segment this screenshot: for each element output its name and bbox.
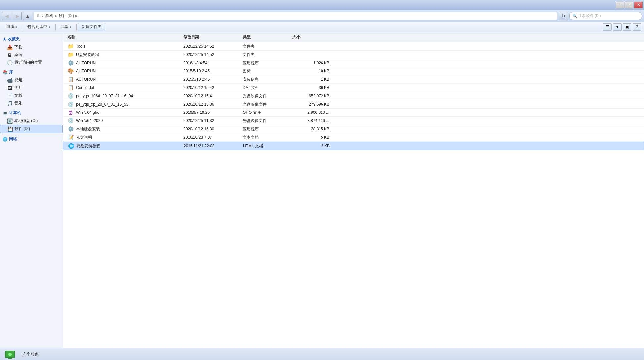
- file-name: AUTORUN: [76, 69, 96, 73]
- title-bar-buttons: ─ □ ✕: [616, 2, 643, 8]
- col-date[interactable]: 修改日期: [182, 34, 241, 41]
- refresh-button[interactable]: ↻: [559, 12, 568, 20]
- new-folder-button[interactable]: 新建文件夹: [78, 23, 105, 31]
- sidebar-item-video[interactable]: 📹 视频: [0, 76, 63, 84]
- file-type: 文本文档: [241, 134, 291, 141]
- file-list-header: 名称 修改日期 类型 大小: [63, 32, 644, 42]
- file-icon: ⚙️: [67, 60, 74, 66]
- pictures-label: 图片: [14, 85, 22, 91]
- file-name-cell: 💿 pe_yqs_1064_20_07_31_16_04: [66, 93, 182, 99]
- network-section: 🌐 网络: [0, 135, 63, 143]
- file-name: pe_yqs_1064_20_07_31_16_04: [76, 94, 133, 98]
- search-placeholder: 搜索 软件 (D:): [578, 13, 601, 18]
- sidebar-item-pictures[interactable]: 🖼 图片: [0, 84, 63, 92]
- forward-button[interactable]: ▶: [13, 12, 22, 20]
- file-date: 2016/10/23 7:07: [182, 135, 241, 140]
- file-type: 应用程序: [241, 60, 291, 66]
- file-date: 2020/12/25 11:32: [182, 118, 241, 123]
- table-row[interactable]: 🌐 硬盘安装教程 2016/11/21 22:03 HTML 文档 3 KB: [63, 142, 644, 150]
- table-row[interactable]: 💿 pe_yqs_1064_20_07_31_16_04 2020/10/12 …: [63, 92, 644, 100]
- file-icon: 📋: [67, 85, 74, 91]
- sidebar-item-desktop[interactable]: 🖥 桌面: [0, 51, 63, 59]
- help-button[interactable]: ?: [633, 23, 641, 31]
- file-name-cell: 💿 Win7x64_2020: [66, 117, 182, 124]
- file-type: 应用程序: [241, 126, 291, 132]
- file-name-cell: ⚙️ 本地硬盘安装: [66, 126, 182, 132]
- col-size[interactable]: 大小: [291, 34, 331, 41]
- table-row[interactable]: 📋 Config.dat 2020/10/12 15:42 DAT 文件 36 …: [63, 84, 644, 92]
- file-size: [291, 54, 331, 55]
- video-icon: 📹: [7, 78, 13, 83]
- documents-icon: 📄: [7, 93, 13, 98]
- file-date: 2020/10/12 15:36: [182, 102, 241, 107]
- table-row[interactable]: 📁 Tools 2020/12/25 14:52 文件夹: [63, 42, 644, 51]
- file-rows-container: 📁 Tools 2020/12/25 14:52 文件夹 📁 U盘安装教程 20…: [63, 42, 644, 150]
- file-type: 安装信息: [241, 76, 291, 83]
- table-row[interactable]: 💿 Win7x64_2020 2020/12/25 11:32 光盘映像文件 3…: [63, 117, 644, 125]
- organize-button[interactable]: 组织 ▾: [3, 23, 21, 31]
- maximize-button[interactable]: □: [625, 2, 633, 8]
- table-row[interactable]: 💿 pe_yqs_xp_20_07_31_15_53 2020/10/12 15…: [63, 100, 644, 109]
- drive-c-icon: 💽: [7, 118, 13, 124]
- file-type: 文件夹: [241, 43, 291, 50]
- table-row[interactable]: 📋 AUTORUN 2015/5/10 2:45 安装信息 1 KB: [63, 75, 644, 84]
- sidebar-item-downloads[interactable]: 📥 下载: [0, 43, 63, 51]
- svg-point-1: [8, 353, 12, 356]
- share-chevron: ▾: [70, 25, 71, 29]
- table-row[interactable]: ⚙️ 本地硬盘安装 2020/10/12 15:30 应用程序 28,315 K…: [63, 125, 644, 133]
- file-icon: 💿: [67, 101, 74, 107]
- file-name: AUTORUN: [76, 77, 96, 82]
- file-date: 2019/9/7 19:25: [182, 110, 241, 115]
- file-icon: 💿: [67, 118, 74, 124]
- breadcrumb-computer[interactable]: 计算机: [41, 13, 53, 19]
- favorites-header[interactable]: ★ 收藏夹: [0, 35, 63, 43]
- file-name-cell: ⚙️ AUTORUN: [66, 60, 182, 66]
- file-size: 652,072 KB: [291, 93, 331, 99]
- file-name: U盘安装教程: [76, 52, 99, 58]
- breadcrumb-drive[interactable]: 软件 (D:): [59, 13, 74, 19]
- search-bar[interactable]: 🔍 搜索 软件 (D:): [569, 12, 642, 20]
- table-row[interactable]: 📝 光盘说明 2016/10/23 7:07 文本文档 5 KB: [63, 133, 644, 142]
- file-date: 2015/5/10 2:45: [182, 68, 241, 74]
- file-size: 1,926 KB: [291, 60, 331, 66]
- col-type[interactable]: 类型: [241, 34, 291, 41]
- file-name: Config.dat: [76, 85, 94, 90]
- table-row[interactable]: 📁 U盘安装教程 2020/12/25 14:52 文件夹: [63, 51, 644, 59]
- share-button[interactable]: 共享 ▾: [57, 23, 75, 31]
- file-icon: 🌐: [68, 143, 74, 149]
- svg-rect-2: [8, 358, 12, 359]
- preview-button[interactable]: ▣: [623, 23, 631, 31]
- back-button[interactable]: ◀: [2, 12, 11, 20]
- toolbar-right: ☰ ▾ ▣ ?: [603, 23, 641, 31]
- favorites-label: 收藏夹: [8, 36, 20, 42]
- table-row[interactable]: ⚙️ AUTORUN 2016/1/8 4:54 应用程序 1,926 KB: [63, 59, 644, 67]
- library-header[interactable]: 📚 库: [0, 68, 63, 76]
- file-size: 28,315 KB: [291, 126, 331, 132]
- file-date: 2016/11/21 22:03: [182, 143, 242, 149]
- col-name[interactable]: 名称: [66, 34, 182, 41]
- network-header[interactable]: 🌐 网络: [0, 135, 63, 143]
- file-type: GHO 文件: [241, 110, 291, 116]
- file-name: 光盘说明: [76, 135, 92, 140]
- view-chevron-button[interactable]: ▾: [613, 23, 622, 31]
- include-library-button[interactable]: 包含到库中 ▾: [24, 23, 54, 31]
- computer-header[interactable]: 💻 计算机: [0, 109, 63, 117]
- desktop-label: 桌面: [14, 52, 22, 58]
- sidebar-item-drive-d[interactable]: 💾 软件 (D:): [0, 125, 63, 133]
- sidebar-item-drive-c[interactable]: 💽 本地磁盘 (C:): [0, 117, 63, 125]
- sidebar-item-documents[interactable]: 📄 文档: [0, 92, 63, 99]
- up-button[interactable]: ▲: [23, 12, 32, 20]
- file-size: 3,874,126 ...: [291, 118, 331, 123]
- sidebar-item-music[interactable]: 🎵 音乐: [0, 99, 63, 107]
- desktop-icon: 🖥: [7, 52, 13, 58]
- table-row[interactable]: 🗜 Win7x64.gho 2019/9/7 19:25 GHO 文件 2,90…: [63, 109, 644, 117]
- table-row[interactable]: 🎨 AUTORUN 2015/5/10 2:45 图标 10 KB: [63, 67, 644, 75]
- view-button[interactable]: ☰: [603, 23, 612, 31]
- file-icon: 📁: [67, 52, 74, 58]
- breadcrumb[interactable]: 🖥 计算机 ▶ 软件 (D:) ▶: [34, 12, 557, 20]
- sidebar-item-recent[interactable]: 🕐 最近访问的位置: [0, 59, 63, 66]
- minimize-button[interactable]: ─: [616, 2, 624, 8]
- close-button[interactable]: ✕: [634, 2, 643, 8]
- file-name: pe_yqs_xp_20_07_31_15_53: [76, 102, 128, 107]
- breadcrumb-sep1: ▶: [55, 14, 57, 18]
